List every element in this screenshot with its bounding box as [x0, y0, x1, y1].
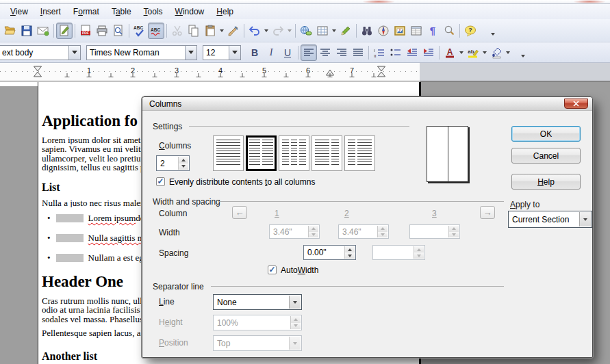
menu-insert[interactable]: Insert	[34, 5, 67, 18]
text-run: Lorem ipsum	[42, 135, 90, 144]
numbered-list-button[interactable]: III	[371, 44, 387, 61]
column-number-1: 1	[275, 209, 279, 218]
highlighting-button[interactable]: ab	[465, 44, 481, 61]
font-dropdown-button[interactable]	[185, 46, 196, 60]
find-replace-button[interactable]	[359, 23, 375, 39]
spellcheck-button[interactable]: ABC	[131, 23, 148, 39]
line-style-dropdown[interactable]: None	[213, 294, 302, 310]
justify-button[interactable]	[350, 44, 366, 61]
draw-functions-button[interactable]	[338, 23, 354, 39]
edit-file-button[interactable]	[56, 23, 73, 39]
paste-button[interactable]	[202, 23, 218, 39]
email-button[interactable]	[35, 23, 51, 39]
width-2-spinner: 3.46"	[338, 224, 389, 239]
spacing-row-label: Spacing	[159, 248, 188, 258]
ok-button[interactable]: OK	[511, 126, 581, 142]
align-left-button[interactable]	[301, 44, 317, 61]
help-button[interactable]: Help	[511, 174, 581, 190]
align-center-button[interactable]	[317, 44, 333, 61]
copy-button[interactable]	[186, 23, 202, 39]
font-color-dropdown-arrow[interactable]	[458, 45, 465, 60]
menu-format[interactable]: Format	[67, 5, 105, 18]
preset-two-columns[interactable]	[246, 135, 277, 171]
preset-right-wide[interactable]	[344, 135, 375, 171]
formatting-marks-button[interactable]: ¶	[424, 23, 441, 39]
paragraph-style-combo[interactable]: ext body	[0, 45, 81, 60]
spacing-1-spin-buttons[interactable]	[344, 246, 355, 259]
dialog-titlebar[interactable]: Columns	[142, 97, 592, 111]
save-button[interactable]	[18, 23, 35, 39]
preset-three-columns[interactable]	[279, 135, 309, 171]
toolbar-options-button[interactable]	[488, 23, 497, 38]
auto-spellcheck-button[interactable]: ABC	[148, 23, 164, 39]
text-run: Nulla	[42, 198, 62, 207]
cancel-button[interactable]: Cancel	[511, 148, 581, 164]
insert-table-button[interactable]	[314, 23, 331, 39]
size-dropdown-button[interactable]	[229, 46, 240, 60]
menu-window[interactable]: Window	[169, 5, 211, 18]
italic-button[interactable]: I	[263, 47, 279, 58]
table-dropdown-arrow[interactable]	[331, 23, 338, 38]
gallery-button[interactable]	[392, 23, 408, 39]
font-color-button[interactable]: A	[442, 44, 458, 61]
bullet-list-button[interactable]	[387, 44, 404, 61]
page-preview-button[interactable]	[110, 23, 127, 39]
align-right-icon	[335, 47, 348, 59]
close-button[interactable]	[564, 99, 588, 109]
ruler[interactable]: 1234567	[0, 63, 610, 81]
cut-icon	[171, 25, 183, 37]
underline-button[interactable]: U	[279, 47, 296, 58]
navigator-button[interactable]	[375, 23, 392, 39]
ruler-scale[interactable]: 1234567	[0, 63, 420, 81]
height-spin-buttons	[290, 316, 301, 329]
autowidth-checkbox[interactable]: ✓	[268, 265, 277, 274]
zoom-button[interactable]	[441, 23, 457, 39]
menu-help[interactable]: Help	[210, 5, 240, 18]
background-color-button[interactable]	[488, 44, 505, 61]
undo-icon	[249, 25, 261, 37]
increase-indent-button[interactable]	[420, 44, 437, 61]
data-sources-icon	[410, 25, 422, 37]
apply-to-dropdown-button[interactable]	[579, 212, 591, 226]
toolbar-options-button[interactable]	[518, 45, 527, 60]
table-icon	[316, 25, 329, 37]
distribute-label[interactable]: Evenly distribute contents to all column…	[169, 177, 315, 187]
line-dropdown-button[interactable]	[289, 296, 301, 309]
columns-count-spinner[interactable]: 2	[156, 155, 190, 171]
hyperlink-button[interactable]	[298, 23, 314, 39]
menu-table[interactable]: Table	[105, 5, 138, 18]
columns-spin-buttons[interactable]	[178, 157, 188, 170]
paste-dropdown-arrow[interactable]	[218, 23, 225, 38]
previous-column-button[interactable]: ←	[232, 206, 247, 219]
clone-formatting-button[interactable]	[225, 23, 242, 39]
left-indent-marker[interactable]	[34, 66, 42, 78]
pilcrow-icon: ¶	[427, 25, 439, 37]
menu-view[interactable]: View	[4, 5, 34, 18]
right-margin-marker[interactable]	[377, 66, 386, 78]
background-color-dropdown-arrow[interactable]	[505, 45, 511, 60]
distribute-checkbox[interactable]: ✓	[156, 177, 165, 186]
undo-dropdown-arrow[interactable]	[263, 23, 270, 38]
preset-one-column[interactable]	[213, 135, 244, 171]
highlighting-dropdown-arrow[interactable]	[481, 45, 488, 60]
style-dropdown-button[interactable]	[68, 46, 80, 60]
menu-tools[interactable]: Tools	[138, 5, 169, 18]
undo-button[interactable]	[246, 23, 263, 39]
bold-button[interactable]: B	[246, 47, 263, 58]
preset-left-wide[interactable]	[312, 135, 342, 171]
open-button[interactable]	[2, 23, 18, 39]
spacing-1-spinner[interactable]: 0.00"	[303, 245, 356, 260]
print-button[interactable]	[94, 23, 110, 39]
font-size-combo[interactable]: 12	[203, 45, 241, 60]
export-pdf-button[interactable]: PDF	[77, 23, 94, 39]
autowidth-label[interactable]: AutoWidth	[281, 265, 318, 275]
next-column-button[interactable]: →	[480, 206, 495, 219]
decrease-indent-button[interactable]	[404, 44, 420, 61]
align-right-button[interactable]	[333, 44, 350, 61]
help-button[interactable]: ?	[462, 23, 479, 39]
font-name-combo[interactable]: Times New Roman	[86, 45, 197, 60]
data-sources-button[interactable]	[408, 23, 424, 39]
width-spacing-group-line	[219, 201, 504, 202]
apply-to-dropdown[interactable]: Current Section	[508, 211, 592, 228]
page-preview-icon	[112, 25, 125, 37]
